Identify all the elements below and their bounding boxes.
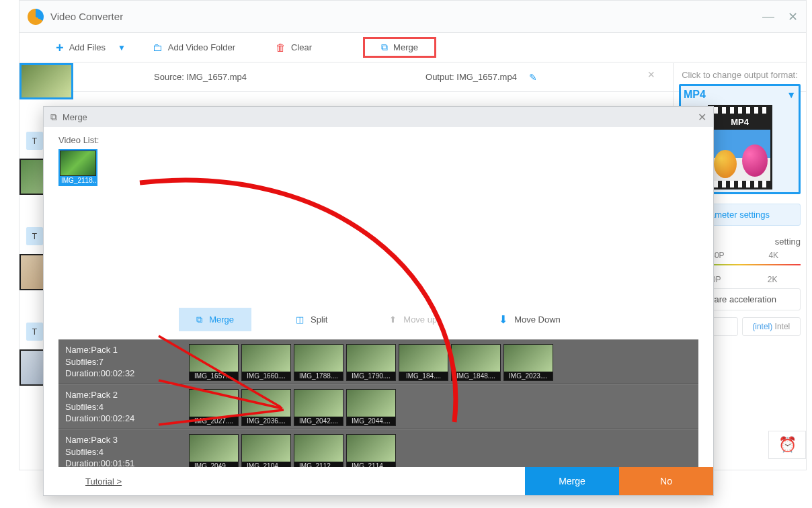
- dialog-titlebar: ⧉ Merge ✕: [44, 107, 713, 127]
- merge-dialog: ⧉ Merge ✕ Video List: IMG_2118.... ⧉ Mer…: [43, 106, 714, 496]
- pack-thumbs: IMG_2027....IMG_2036....IMG_2042....IMG_…: [189, 389, 396, 426]
- format-preview: MP4: [708, 105, 772, 189]
- confirm-merge-button[interactable]: Merge: [525, 467, 619, 495]
- chevron-down-icon[interactable]: ▼: [118, 43, 126, 52]
- plus-icon: +: [56, 41, 64, 54]
- pack-info: Name:Pack 2Subfiles:4Duration:00:02:24: [65, 389, 179, 425]
- chevron-down-icon[interactable]: ▼: [786, 89, 796, 100]
- pack-thumbnail[interactable]: IMG_1788....: [294, 344, 343, 381]
- pack-thumbnail[interactable]: IMG_2112....: [294, 434, 343, 467]
- pack-thumbnail[interactable]: IMG_1657....: [189, 344, 239, 381]
- thumbnail-caption: IMG_2118....: [60, 176, 96, 185]
- add-folder-button[interactable]: 🗀 Add Video Folder: [143, 38, 245, 57]
- pack-thumbnail[interactable]: IMG_2042....: [294, 389, 343, 426]
- cancel-button[interactable]: No: [619, 467, 713, 495]
- dialog-close-icon[interactable]: ✕: [698, 111, 706, 124]
- pack-thumbnail[interactable]: IMG_1790....: [346, 344, 396, 381]
- pack-thumbnail[interactable]: IMG_2036....: [241, 389, 291, 426]
- pack-row[interactable]: Name:Pack 2Subfiles:4Duration:00:02:24IM…: [58, 384, 698, 429]
- selected-video-thumb[interactable]: IMG_2118....: [58, 149, 97, 186]
- arrow-down-icon: ⬇: [499, 313, 508, 326]
- merge-icon: ⧉: [196, 314, 202, 325]
- video-list-label: Video List:: [58, 135, 698, 145]
- alarm-icon[interactable]: ⏰: [768, 431, 806, 459]
- pack-thumbnail[interactable]: IMG_2027....: [189, 389, 239, 426]
- merge-icon: ⧉: [50, 112, 57, 123]
- merge-label: Merge: [393, 42, 418, 52]
- merge-button-annotated[interactable]: ⧉ Merge: [363, 37, 436, 58]
- dialog-movedown-button[interactable]: ⬇ Move Down: [481, 308, 578, 331]
- thumb-tab[interactable]: T: [26, 323, 43, 341]
- pack-thumbnail[interactable]: IMG_2114....: [346, 434, 396, 467]
- thumb-tab[interactable]: T: [26, 227, 43, 245]
- dialog-body: Video List: IMG_2118.... ⧉ Merge ◫ Split…: [44, 127, 713, 467]
- split-icon: ◫: [296, 314, 304, 325]
- minimize-button[interactable]: —: [762, 9, 774, 24]
- merge-icon: ⧉: [381, 42, 388, 53]
- dialog-toolbar: ⧉ Merge ◫ Split ⬆ Move up ⬇ Move Down: [58, 308, 698, 331]
- format-badge: MP4: [710, 114, 770, 130]
- pack-thumbnail[interactable]: IMG_2023....: [503, 344, 553, 381]
- add-files-label: Add Files: [69, 42, 106, 52]
- output-label: Output: IMG_1657.mp4: [425, 72, 517, 82]
- pack-thumbnail[interactable]: IMG_1660....: [241, 344, 291, 381]
- titlebar: Video Converter — ✕: [19, 1, 806, 33]
- app-title: Video Converter: [50, 11, 123, 22]
- pack-thumbs: IMG_1657....IMG_1660....IMG_1788....IMG_…: [189, 344, 553, 381]
- thumbnail-image: [60, 151, 96, 176]
- dialog-title: Merge: [63, 112, 87, 122]
- remove-item-icon[interactable]: ×: [647, 68, 655, 82]
- packs-container: Name:Pack 1Subfiles:7Duration:00:02:32IM…: [58, 339, 698, 467]
- add-files-button[interactable]: + Add Files ▼: [46, 37, 135, 58]
- app-logo-icon: [28, 9, 44, 25]
- pack-thumbnail[interactable]: IMG_1848....: [451, 344, 501, 381]
- pack-info: Name:Pack 1Subfiles:7Duration:00:02:32: [65, 344, 179, 380]
- edit-output-icon[interactable]: ✎: [529, 72, 537, 83]
- thumbnail[interactable]: [19, 63, 73, 99]
- pack-thumbnail[interactable]: IMG_184....: [399, 344, 448, 381]
- trash-icon: 🗑: [276, 42, 286, 53]
- source-label: Source: IMG_1657.mp4: [154, 72, 247, 82]
- dialog-moveup-button: ⬆ Move up: [372, 308, 454, 331]
- pack-thumbnail[interactable]: IMG_2044....: [346, 389, 396, 426]
- toolbar: + Add Files ▼ 🗀 Add Video Folder 🗑 Clear…: [19, 33, 806, 62]
- pack-thumbs: IMG_2049....IMG_2104....IMG_2112....IMG_…: [189, 434, 396, 467]
- pack-row[interactable]: Name:Pack 3Subfiles:4Duration:00:01:51IM…: [58, 429, 698, 467]
- pack-thumbnail[interactable]: IMG_2104....: [241, 434, 291, 467]
- thumb-tab[interactable]: T: [26, 132, 43, 150]
- pack-thumbnail[interactable]: IMG_2049....: [189, 434, 239, 467]
- pack-row[interactable]: Name:Pack 1Subfiles:7Duration:00:02:32IM…: [58, 339, 698, 384]
- vendor-intel[interactable]: (intel) Intel: [742, 317, 801, 336]
- clear-label: Clear: [291, 42, 312, 52]
- dialog-split-button[interactable]: ◫ Split: [278, 308, 345, 331]
- folder-icon: 🗀: [153, 42, 163, 53]
- tutorial-link[interactable]: Tutorial >: [85, 476, 122, 486]
- arrow-up-icon: ⬆: [389, 314, 397, 325]
- dialog-footer: Tutorial > Merge No: [44, 467, 713, 495]
- pack-info: Name:Pack 3Subfiles:4Duration:00:01:51: [65, 434, 179, 467]
- dialog-merge-button[interactable]: ⧉ Merge: [179, 308, 251, 331]
- close-button[interactable]: ✕: [788, 9, 798, 24]
- change-format-label: Click to change output format:: [679, 70, 801, 80]
- clear-button[interactable]: 🗑 Clear: [266, 38, 321, 57]
- format-label: MP4: [684, 89, 706, 101]
- add-folder-label: Add Video Folder: [168, 42, 235, 52]
